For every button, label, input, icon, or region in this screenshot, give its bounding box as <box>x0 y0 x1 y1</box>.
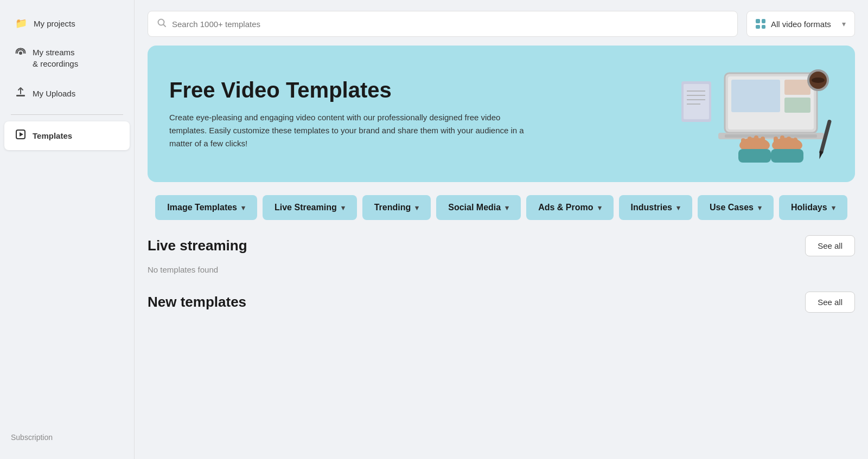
svg-point-0 <box>19 51 22 55</box>
search-icon <box>157 18 167 30</box>
search-input[interactable] <box>172 20 729 29</box>
chevron-down-icon: ▾ <box>505 204 509 212</box>
svg-marker-34 <box>818 151 824 159</box>
hero-description: Create eye-pleasing and engaging video c… <box>169 111 538 150</box>
svg-rect-27 <box>787 137 791 147</box>
section-title-new-templates: New templates <box>148 294 246 311</box>
subscription-label: Subscription <box>0 424 134 450</box>
hero-title: Free Video Templates <box>169 77 538 102</box>
sidebar-item-my-projects[interactable]: 📁 My projects <box>4 10 130 37</box>
chevron-down-icon: ▾ <box>415 204 419 212</box>
svg-rect-30 <box>771 149 803 163</box>
svg-rect-23 <box>754 135 758 147</box>
hero-illustration <box>671 65 833 163</box>
format-selector[interactable]: All video formats ▾ <box>746 11 855 37</box>
hero-text: Free Video Templates Create eye-pleasing… <box>169 77 538 150</box>
chevron-down-icon: ▾ <box>676 204 680 212</box>
filter-industries[interactable]: Industries ▾ <box>619 195 692 220</box>
filter-row: Image Templates ▾ Live Streaming ▾ Trend… <box>148 195 855 220</box>
section-header-live-streaming: Live streaming See all <box>148 235 855 256</box>
filter-holidays[interactable]: Holidays ▾ <box>779 195 847 220</box>
filter-label: Image Templates <box>167 203 237 212</box>
grid-icon <box>756 19 765 29</box>
filter-image-templates[interactable]: Image Templates ▾ <box>155 195 257 220</box>
live-streaming-section: Live streaming See all No templates foun… <box>148 235 855 274</box>
section-header-new-templates: New templates See all <box>148 292 855 313</box>
chevron-down-icon: ▾ <box>758 204 762 212</box>
filter-label: Trending <box>374 203 411 212</box>
main-content: All video formats ▾ Free Video Templates… <box>135 0 868 459</box>
sidebar-divider <box>11 114 123 115</box>
filter-label: Holidays <box>791 203 827 212</box>
svg-rect-24 <box>761 137 765 147</box>
svg-rect-26 <box>780 135 784 147</box>
sidebar-item-label: My Uploads <box>33 89 75 98</box>
format-label: All video formats <box>771 20 837 29</box>
chevron-down-icon: ▾ <box>598 204 602 212</box>
filter-use-cases[interactable]: Use Cases ▾ <box>698 195 774 220</box>
filter-trending[interactable]: Trending ▾ <box>362 195 431 220</box>
chevron-down-icon: ▾ <box>842 20 846 28</box>
svg-rect-7 <box>684 84 709 119</box>
filter-ads-promo[interactable]: Ads & Promo ▾ <box>526 195 613 220</box>
chevron-down-icon: ▾ <box>832 204 835 212</box>
svg-rect-1 <box>16 95 25 96</box>
sidebar-item-my-uploads[interactable]: My Uploads <box>4 79 130 108</box>
svg-rect-14 <box>731 80 780 112</box>
search-input-wrap[interactable] <box>148 11 738 37</box>
filter-label: Use Cases <box>710 203 754 212</box>
upload-icon <box>15 87 26 100</box>
chevron-down-icon: ▾ <box>341 204 345 212</box>
svg-line-5 <box>164 24 166 27</box>
hero-banner: Free Video Templates Create eye-pleasing… <box>148 46 855 182</box>
svg-rect-22 <box>748 137 752 147</box>
filter-label: Industries <box>631 203 672 212</box>
see-all-new-templates-button[interactable]: See all <box>805 292 855 313</box>
filter-label: Live Streaming <box>275 203 337 212</box>
sidebar-item-label: My projects <box>34 19 75 28</box>
sidebar: 📁 My projects My streams& recordings My … <box>0 0 135 459</box>
svg-rect-18 <box>725 134 817 138</box>
svg-rect-25 <box>774 137 778 147</box>
filter-label: Ads & Promo <box>538 203 593 212</box>
sidebar-item-label: My streams& recordings <box>33 47 78 69</box>
new-templates-section: New templates See all <box>148 292 855 313</box>
no-templates-message: No templates found <box>148 265 855 274</box>
sidebar-item-my-streams[interactable]: My streams& recordings <box>4 39 130 77</box>
svg-rect-16 <box>784 98 810 113</box>
svg-rect-21 <box>741 138 745 148</box>
section-title-live-streaming: Live streaming <box>148 237 247 254</box>
filter-label: Social Media <box>448 203 501 212</box>
filter-live-streaming[interactable]: Live Streaming ▾ <box>263 195 357 220</box>
see-all-live-streaming-button[interactable]: See all <box>805 235 855 256</box>
folder-icon: 📁 <box>15 17 27 29</box>
hero-image <box>671 65 833 163</box>
sidebar-item-label: Templates <box>33 131 72 140</box>
svg-marker-3 <box>20 132 23 137</box>
templates-icon <box>15 129 26 143</box>
search-bar-row: All video formats ▾ <box>148 11 855 37</box>
svg-rect-29 <box>738 149 771 163</box>
chevron-down-icon: ▾ <box>241 204 245 212</box>
svg-rect-28 <box>793 138 797 147</box>
filter-social-media[interactable]: Social Media ▾ <box>436 195 521 220</box>
svg-point-32 <box>812 77 825 83</box>
svg-rect-15 <box>784 80 810 95</box>
streams-icon <box>15 48 26 61</box>
sidebar-item-templates[interactable]: Templates <box>4 121 130 150</box>
